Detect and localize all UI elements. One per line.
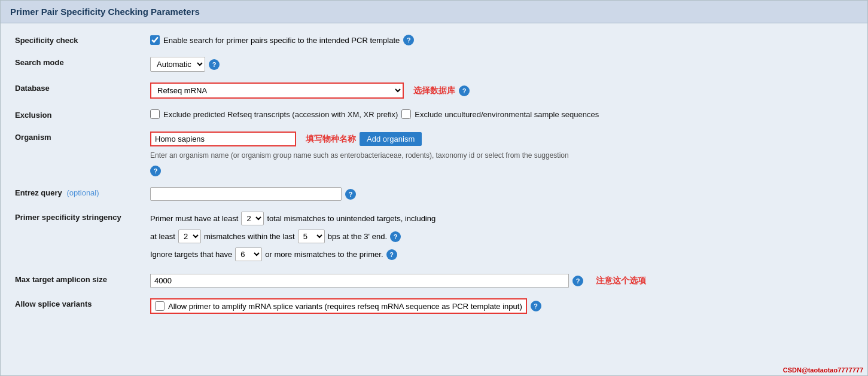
exclusion-checkbox2[interactable] bbox=[401, 109, 411, 119]
entrez-query-input[interactable] bbox=[150, 187, 342, 201]
mismatch-row3-select[interactable]: 4 5 6 7 8 9 10 bbox=[235, 247, 262, 261]
search-mode-label: Search mode bbox=[1, 56, 150, 69]
panel-body: Specificity check Enable search for prim… bbox=[1, 23, 867, 325]
mismatch-row1: Primer must have at least 1 2 3 4 5 tota… bbox=[150, 212, 867, 225]
entrez-query-controls: ? bbox=[150, 186, 867, 202]
panel-header: Primer Pair Specificity Checking Paramet… bbox=[1, 1, 867, 23]
mismatch-row3-help-icon[interactable]: ? bbox=[386, 249, 397, 260]
exclusion-checkbox1[interactable] bbox=[150, 109, 160, 119]
exclusion-text2: Exclude uncultured/environmental sample … bbox=[415, 110, 599, 119]
organism-hint: Enter an organism name (or organism grou… bbox=[150, 151, 867, 160]
exclusion-label: Exclusion bbox=[1, 108, 150, 122]
mismatch-row2-select[interactable]: 1 2 3 4 5 bbox=[178, 230, 201, 243]
organism-help-icon[interactable]: ? bbox=[150, 166, 161, 176]
max-amplicon-row: Max target amplicon size ? 注意这个选项 bbox=[1, 268, 867, 293]
search-mode-help-icon[interactable]: ? bbox=[209, 59, 220, 70]
entrez-query-label: Entrez query (optional) bbox=[1, 186, 150, 200]
allow-splice-text: Allow primer to amplify mRNA splice vari… bbox=[168, 302, 522, 311]
max-amplicon-controls: ? 注意这个选项 bbox=[150, 273, 867, 289]
exclusion-text1: Exclude predicted Refseq transcripts (ac… bbox=[163, 110, 398, 119]
max-amplicon-label: Max target amplicon size bbox=[1, 273, 150, 286]
organism-controls: 填写物种名称 Add organism Enter an organism na… bbox=[150, 130, 867, 178]
organism-row: Organism 填写物种名称 Add organism Enter an or… bbox=[1, 126, 867, 182]
mismatch-row2: at least 1 2 3 4 5 mismatches within the… bbox=[150, 230, 867, 243]
database-row: Database Refseq mRNA nr nt refseq_repres… bbox=[1, 77, 867, 104]
allow-splice-controls: Allow primer to amplify mRNA splice vari… bbox=[150, 297, 867, 315]
mismatch-row2-bps-select[interactable]: 3 4 5 6 7 8 9 10 bbox=[298, 230, 325, 243]
entrez-label-text: Entrez query bbox=[15, 188, 62, 197]
entrez-query-row: Entrez query (optional) ? bbox=[1, 182, 867, 206]
splice-checkbox-wrapper: Allow primer to amplify mRNA splice vari… bbox=[150, 298, 527, 314]
specificity-check-text: Enable search for primer pairs specific … bbox=[163, 36, 400, 45]
entrez-query-help-icon[interactable]: ? bbox=[345, 189, 356, 200]
exclusion-row: Exclusion Exclude predicted Refseq trans… bbox=[1, 104, 867, 126]
specificity-check-label: Specificity check bbox=[1, 33, 150, 47]
allow-splice-label: Allow splice variants bbox=[1, 297, 150, 311]
database-select-wrapper: Refseq mRNA nr nt refseq_representative_… bbox=[150, 82, 404, 99]
database-select[interactable]: Refseq mRNA nr nt refseq_representative_… bbox=[151, 84, 403, 97]
search-mode-row: Search mode Automatic Manual ? bbox=[1, 51, 867, 77]
mismatch-row2-mid: mismatches within the last bbox=[204, 232, 295, 241]
add-organism-button[interactable]: Add organism bbox=[360, 132, 422, 146]
primer-specificity-controls: Primer must have at least 1 2 3 4 5 tota… bbox=[150, 210, 867, 264]
specificity-check-row: Specificity check Enable search for prim… bbox=[1, 29, 867, 51]
mismatch-row3-suffix: or more mismatches to the primer. bbox=[265, 250, 383, 259]
max-amplicon-input[interactable] bbox=[150, 274, 569, 288]
allow-splice-row: Allow splice variants Allow primer to am… bbox=[1, 293, 867, 319]
database-annotation: 选择数据库 bbox=[413, 85, 455, 96]
search-mode-select[interactable]: Automatic Manual bbox=[150, 57, 205, 72]
exclusion-controls: Exclude predicted Refseq transcripts (ac… bbox=[150, 108, 867, 120]
organism-label: Organism bbox=[1, 130, 150, 144]
mismatch-row1-select[interactable]: 1 2 3 4 5 bbox=[241, 212, 264, 225]
allow-splice-checkbox[interactable] bbox=[155, 301, 165, 311]
max-amplicon-annotation: 注意这个选项 bbox=[596, 276, 646, 286]
primer-specificity-row: Primer specificity stringency Primer mus… bbox=[1, 206, 867, 268]
mismatch-row1-suffix: total mismatches to unintended targets, … bbox=[267, 214, 435, 223]
specificity-check-help-icon[interactable]: ? bbox=[403, 35, 414, 45]
mismatch-row2-help-icon[interactable]: ? bbox=[390, 231, 401, 242]
mismatch-row2-suffix: bps at the 3' end. bbox=[328, 232, 387, 241]
mismatch-row3: Ignore targets that have 4 5 6 7 8 9 10 … bbox=[150, 247, 867, 261]
panel-title: Primer Pair Specificity Checking Paramet… bbox=[10, 7, 200, 17]
database-label: Database bbox=[1, 81, 150, 95]
mismatch-row1-prefix: Primer must have at least bbox=[150, 214, 238, 223]
watermark: CSDN@taotaotao7777777 bbox=[783, 366, 863, 374]
allow-splice-help-icon[interactable]: ? bbox=[531, 301, 541, 311]
database-help-icon[interactable]: ? bbox=[459, 85, 470, 96]
organism-annotation: 填写物种名称 bbox=[306, 134, 356, 145]
specificity-check-controls: Enable search for primer pairs specific … bbox=[150, 33, 867, 47]
database-controls: Refseq mRNA nr nt refseq_representative_… bbox=[150, 81, 867, 100]
search-mode-controls: Automatic Manual ? bbox=[150, 56, 867, 73]
mismatch-row3-prefix: Ignore targets that have bbox=[150, 250, 232, 259]
specificity-check-checkbox[interactable] bbox=[150, 35, 160, 45]
main-panel: Primer Pair Specificity Checking Paramet… bbox=[0, 0, 868, 376]
max-amplicon-help-icon[interactable]: ? bbox=[572, 276, 583, 286]
primer-specificity-label: Primer specificity stringency bbox=[1, 210, 150, 224]
organism-input[interactable] bbox=[151, 133, 295, 145]
mismatch-row2-prefix: at least bbox=[150, 232, 175, 241]
organism-input-wrapper bbox=[150, 132, 296, 146]
entrez-optional-text: (optional) bbox=[66, 188, 99, 197]
